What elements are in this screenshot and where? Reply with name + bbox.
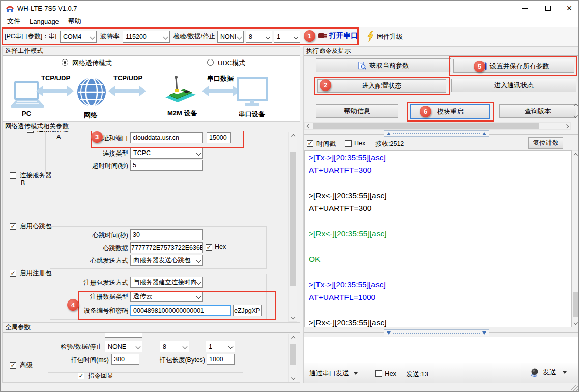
device-id-input[interactable] bbox=[130, 305, 231, 316]
splitter-arrow-down-icon bbox=[482, 331, 486, 335]
heartbeat-enable-checkbox[interactable] bbox=[10, 223, 16, 230]
log-scrollbar[interactable] bbox=[572, 150, 579, 327]
query-version-label: 查询版本 bbox=[525, 107, 551, 116]
pack-len-label: 打包长度(Bytes) bbox=[135, 356, 205, 365]
log-hex-checkbox[interactable] bbox=[345, 140, 352, 147]
net-params-section: 网络透传模式相关参数 连接服务器 A 地址和端口 3 连接类型 TCPC 超时时… bbox=[2, 122, 300, 323]
scroll-down-arrow[interactable] bbox=[289, 374, 297, 382]
baud-rate-select[interactable]: 115200 bbox=[123, 31, 170, 43]
g-stop-bits-select[interactable]: 1 bbox=[206, 341, 235, 352]
echo-checkbox[interactable] bbox=[78, 373, 84, 379]
log-area[interactable]: >[Tx->][20:35:55][asc]AT+UARTFT=300 >[Rx… bbox=[304, 150, 572, 327]
scrollbar-thumb[interactable] bbox=[313, 123, 539, 129]
scroll-right-arrow[interactable] bbox=[563, 123, 570, 129]
com-port-select[interactable]: COM4 bbox=[60, 31, 97, 43]
resize-grip[interactable] bbox=[571, 385, 578, 391]
enter-comm-button[interactable]: 进入通讯状态 bbox=[451, 79, 576, 92]
log-splitter-bottom[interactable] bbox=[384, 329, 489, 336]
annotation-badge-5: 5 bbox=[474, 61, 485, 72]
global-scrollbar[interactable] bbox=[288, 334, 297, 382]
advanced-checkbox[interactable] bbox=[10, 362, 16, 369]
firmware-upgrade-button[interactable]: 固件升级 bbox=[367, 31, 403, 42]
help-info-label: 帮助信息 bbox=[344, 107, 370, 116]
scroll-up-arrow[interactable] bbox=[289, 132, 297, 140]
addr-label: 地址和端口 bbox=[45, 134, 128, 143]
log-line bbox=[309, 306, 571, 318]
diagram-tcp2-label: TCP/UDP bbox=[113, 74, 142, 82]
menu-language[interactable]: Language bbox=[25, 17, 64, 26]
reg-type-value: 透传云 bbox=[133, 292, 153, 301]
diagram-m2m-label: M2M 设备 bbox=[167, 109, 197, 118]
chevron-down-icon bbox=[266, 34, 271, 39]
chevron-down-icon bbox=[228, 344, 234, 349]
device-password-input[interactable] bbox=[233, 305, 262, 316]
buttons-scroll-up[interactable] bbox=[572, 102, 579, 110]
help-info-button[interactable]: 帮助信息 bbox=[316, 104, 398, 118]
radio-udc-mode[interactable] bbox=[207, 59, 214, 66]
minimize-button[interactable] bbox=[513, 1, 536, 16]
scroll-left-arrow[interactable] bbox=[305, 123, 312, 129]
reg-enable-checkbox[interactable] bbox=[10, 270, 16, 277]
scrollbar-thumb[interactable] bbox=[573, 292, 578, 317]
address-input[interactable] bbox=[130, 132, 203, 143]
device-id-label: 设备编号和密码 bbox=[45, 307, 128, 315]
timestamp-checkbox[interactable] bbox=[307, 140, 313, 147]
chevron-down-icon bbox=[136, 344, 141, 349]
g-parity-select[interactable]: NONE bbox=[105, 341, 142, 352]
scroll-down-arrow[interactable] bbox=[289, 313, 297, 321]
scroll-down-arrow[interactable] bbox=[572, 319, 579, 327]
scrollbar-thumb[interactable] bbox=[290, 152, 296, 286]
scroll-up-arrow[interactable] bbox=[572, 151, 579, 159]
hb-mode-select[interactable]: 向服务器发送心跳包 bbox=[130, 255, 203, 266]
heartbeat-enable-label: 启用心跳包 bbox=[20, 222, 52, 231]
enter-config-button[interactable]: 进入配置状态 bbox=[317, 79, 446, 93]
commands-header: 执行命令及提示 bbox=[304, 47, 578, 56]
hb-hex-checkbox[interactable] bbox=[206, 244, 212, 251]
port-input[interactable] bbox=[207, 132, 231, 143]
send-via-dropdown[interactable]: 通过串口发送 bbox=[309, 369, 358, 378]
reg-mode-select[interactable]: 与服务器建立连接时向服务 bbox=[130, 277, 203, 288]
g-data-bits-select[interactable]: 8 bbox=[160, 341, 189, 352]
parity-select[interactable]: NONI bbox=[217, 31, 244, 43]
app-window: WH-LTE-7S5 V1.0.7 文件 Language 帮助 [PC串口参数… bbox=[0, 0, 579, 392]
conn-type-select[interactable]: TCPC bbox=[130, 147, 203, 159]
log-splitter-top[interactable] bbox=[384, 130, 489, 137]
hb-data-input[interactable] bbox=[130, 242, 203, 253]
enter-config-label: 进入配置状态 bbox=[362, 81, 402, 91]
close-button[interactable] bbox=[559, 1, 579, 16]
firmware-upgrade-label: 固件升级 bbox=[377, 32, 403, 41]
server-a-checkbox[interactable] bbox=[27, 131, 34, 133]
data-bits-select[interactable]: 8 bbox=[246, 31, 272, 43]
server-b-checkbox[interactable] bbox=[10, 172, 16, 179]
diagram-serial-data-label: 串口数据 bbox=[207, 74, 234, 83]
send-bar: 通过串口发送 Hex 发送:13 发送 bbox=[304, 363, 578, 383]
open-port-button[interactable]: 打开串口 bbox=[318, 31, 358, 40]
send-input-area[interactable] bbox=[304, 337, 578, 363]
pack-len-input[interactable] bbox=[207, 354, 235, 365]
server-b-line2: B bbox=[21, 179, 25, 187]
get-params-button[interactable]: 获取当前参数 bbox=[316, 58, 451, 72]
query-version-button[interactable]: 查询版本 bbox=[499, 104, 576, 118]
timeout-input[interactable] bbox=[130, 160, 203, 171]
scrollbar-thumb[interactable] bbox=[290, 344, 296, 365]
radio-net-mode[interactable] bbox=[62, 59, 68, 66]
maximize-button[interactable] bbox=[536, 1, 559, 16]
reset-count-button[interactable]: 复位计数 bbox=[528, 137, 563, 149]
menu-file[interactable]: 文件 bbox=[3, 16, 25, 27]
send-button[interactable]: 发送 bbox=[530, 368, 567, 377]
menu-help[interactable]: 帮助 bbox=[64, 16, 86, 27]
chevron-down-icon bbox=[90, 34, 95, 39]
scroll-up-arrow[interactable] bbox=[289, 334, 297, 342]
save-params-button[interactable]: 设置并保存所有参数 bbox=[453, 59, 574, 73]
log-line: >[Rx<-][20:35:55][asc] bbox=[309, 191, 571, 204]
reg-enable-label: 启用注册包 bbox=[20, 269, 52, 278]
chevron-down-icon bbox=[196, 280, 201, 285]
hb-time-input[interactable] bbox=[130, 229, 203, 240]
buttons-scroll-down[interactable] bbox=[572, 112, 579, 120]
send-hex-checkbox[interactable] bbox=[375, 370, 382, 377]
stop-bits-select[interactable]: 1 bbox=[274, 31, 300, 43]
reg-type-select[interactable]: 透传云 bbox=[130, 291, 203, 302]
log-line bbox=[309, 217, 571, 229]
net-params-scrollbar[interactable] bbox=[288, 132, 297, 322]
commands-hscrollbar[interactable] bbox=[304, 122, 571, 130]
